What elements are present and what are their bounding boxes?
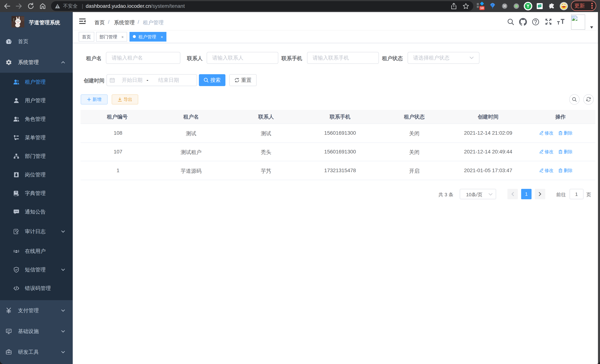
svg-text:⌘: ⌘ [503, 4, 506, 8]
svg-text:10: 10 [480, 6, 484, 10]
